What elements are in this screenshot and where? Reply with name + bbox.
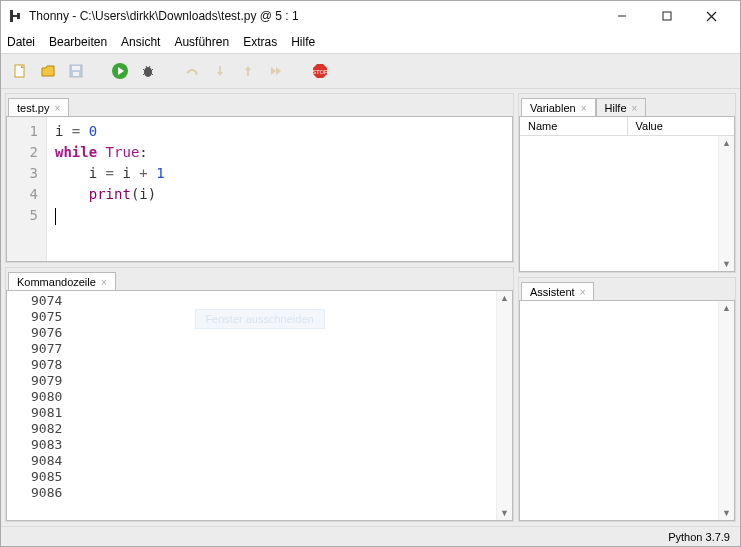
svg-rect-11 xyxy=(73,72,79,76)
svg-marker-27 xyxy=(276,67,281,75)
col-name[interactable]: Name xyxy=(520,117,628,135)
close-button[interactable] xyxy=(689,2,734,30)
svg-rect-1 xyxy=(13,15,17,17)
help-tab[interactable]: Hilfe× xyxy=(596,98,647,117)
col-value[interactable]: Value xyxy=(628,117,735,135)
variables-header: Name Value xyxy=(520,117,734,136)
step-over-icon[interactable] xyxy=(181,60,203,82)
window-controls xyxy=(599,2,734,30)
svg-marker-23 xyxy=(217,72,223,76)
statusbar: Python 3.7.9 xyxy=(1,526,740,546)
chevron-up-icon[interactable]: ▲ xyxy=(722,303,731,313)
menu-hilfe[interactable]: Hilfe xyxy=(291,35,315,49)
text-cursor xyxy=(55,208,56,225)
variables-tab[interactable]: Variablen× xyxy=(521,98,596,117)
menu-ausfuehren[interactable]: Ausführen xyxy=(174,35,229,49)
vars-scrollbar[interactable]: ▲▼ xyxy=(718,136,734,271)
close-icon[interactable]: × xyxy=(632,103,638,114)
new-file-icon[interactable] xyxy=(9,60,31,82)
save-icon[interactable] xyxy=(65,60,87,82)
assistant-scrollbar[interactable]: ▲▼ xyxy=(718,301,734,520)
chevron-up-icon[interactable]: ▲ xyxy=(722,138,731,148)
titlebar: Thonny - C:\Users\dirkk\Downloads\test.p… xyxy=(1,1,740,31)
menu-extras[interactable]: Extras xyxy=(243,35,277,49)
window-title: Thonny - C:\Users\dirkk\Downloads\test.p… xyxy=(29,9,599,23)
stop-icon[interactable]: STOP xyxy=(309,60,331,82)
editor-tab-label: test.py xyxy=(17,102,49,114)
svg-marker-26 xyxy=(271,67,276,75)
chevron-down-icon[interactable]: ▼ xyxy=(500,508,509,518)
debug-icon[interactable] xyxy=(137,60,159,82)
step-out-icon[interactable] xyxy=(237,60,259,82)
run-icon[interactable] xyxy=(109,60,131,82)
variables-panel: Variablen× Hilfe× Name Value ▲▼ xyxy=(518,93,736,273)
svg-point-14 xyxy=(144,67,152,77)
shell-panel: Kommandozeile× 9074 9075 9076 9077 9078 … xyxy=(5,267,514,522)
svg-rect-0 xyxy=(10,10,13,22)
shell-output[interactable]: 9074 9075 9076 9077 9078 9079 9080 9081 … xyxy=(7,291,496,520)
close-icon[interactable]: × xyxy=(580,287,586,298)
svg-marker-25 xyxy=(245,66,251,70)
chevron-up-icon[interactable]: ▲ xyxy=(500,293,509,303)
svg-text:STOP: STOP xyxy=(312,69,328,75)
minimize-button[interactable] xyxy=(599,2,644,30)
shell-scrollbar[interactable]: ▲▼ xyxy=(496,291,512,520)
editor-tab[interactable]: test.py× xyxy=(8,98,69,117)
close-icon[interactable]: × xyxy=(101,277,107,288)
code-editor[interactable]: 1 2 3 4 5 i = 0 while True: i = i + 1 pr… xyxy=(7,117,512,261)
toolbar: STOP xyxy=(1,53,740,89)
svg-rect-10 xyxy=(72,66,80,70)
menu-bearbeiten[interactable]: Bearbeiten xyxy=(49,35,107,49)
app-icon xyxy=(7,8,23,24)
close-icon[interactable]: × xyxy=(581,103,587,114)
open-folder-icon[interactable] xyxy=(37,60,59,82)
chevron-down-icon[interactable]: ▼ xyxy=(722,508,731,518)
menubar: Datei Bearbeiten Ansicht Ausführen Extra… xyxy=(1,31,740,53)
assistant-body[interactable] xyxy=(520,301,718,520)
shell-tab-label: Kommandozeile xyxy=(17,276,96,288)
close-icon[interactable]: × xyxy=(54,103,60,114)
menu-datei[interactable]: Datei xyxy=(7,35,35,49)
menu-ansicht[interactable]: Ansicht xyxy=(121,35,160,49)
python-version[interactable]: Python 3.7.9 xyxy=(668,531,730,543)
main-area: test.py× 1 2 3 4 5 i = 0 while True: i =… xyxy=(1,89,740,526)
svg-rect-4 xyxy=(663,12,671,20)
editor-panel: test.py× 1 2 3 4 5 i = 0 while True: i =… xyxy=(5,93,514,263)
step-into-icon[interactable] xyxy=(209,60,231,82)
svg-rect-2 xyxy=(17,13,20,19)
assistant-panel: Assistent× ▲▼ xyxy=(518,277,736,522)
shell-tab[interactable]: Kommandozeile× xyxy=(8,272,116,291)
chevron-down-icon[interactable]: ▼ xyxy=(722,259,731,269)
maximize-button[interactable] xyxy=(644,2,689,30)
variables-list[interactable] xyxy=(520,136,718,271)
code-area[interactable]: i = 0 while True: i = i + 1 print(i) xyxy=(47,117,512,261)
resume-icon[interactable] xyxy=(265,60,287,82)
line-gutter: 1 2 3 4 5 xyxy=(7,117,47,261)
assistant-tab[interactable]: Assistent× xyxy=(521,282,594,301)
